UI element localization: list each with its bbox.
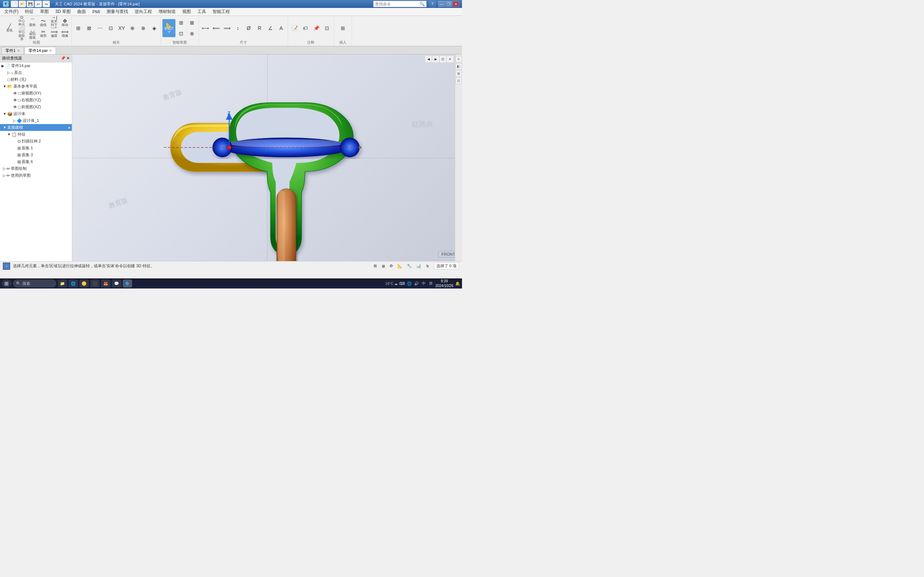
view-next-btn[interactable]: ▶: [432, 56, 439, 62]
menu-sketch[interactable]: 草图: [37, 8, 52, 16]
tray-icon-pinyin[interactable]: 拼: [428, 280, 434, 286]
taskbar-app-browser2[interactable]: 🦊: [101, 279, 110, 287]
move-btn[interactable]: ✥ 移动: [60, 18, 70, 28]
minimize-btn[interactable]: —: [438, 1, 445, 7]
note-btn-4[interactable]: ⊡: [322, 23, 332, 33]
doc-tab-part14-close[interactable]: ✕: [49, 49, 52, 53]
extend-btn[interactable]: →| 延长到下一个: [49, 18, 59, 28]
command-search-input[interactable]: [375, 2, 418, 6]
offset-btn[interactable]: ⟹ 偏置: [49, 29, 59, 39]
tree-used-sketch[interactable]: ▷ ✏ 使用的草图: [0, 172, 72, 179]
menu-reverse[interactable]: 逆向工程: [132, 8, 155, 16]
tree-plane-xy[interactable]: 👁 □ 俯视图(XY): [0, 90, 72, 97]
start-button[interactable]: ⊞: [2, 279, 11, 287]
vp-tb-btn-2[interactable]: ◧: [456, 63, 462, 69]
help-btn[interactable]: ?: [429, 1, 436, 7]
taskbar-app-terminal[interactable]: ⬛: [90, 279, 100, 287]
save-btn[interactable]: 💾: [27, 1, 34, 7]
tree-body-1[interactable]: ▷ 🔷 设计体_1: [0, 117, 72, 124]
tree-file[interactable]: ▶ 📄 零件14.par: [0, 62, 72, 69]
view-prev-btn[interactable]: ◀: [425, 56, 432, 62]
panel-close-icon[interactable]: ✕: [66, 56, 69, 61]
undo-btn[interactable]: ↩: [35, 1, 42, 7]
new-btn[interactable]: 📄: [11, 1, 18, 7]
related-btn-1[interactable]: ⊞: [73, 23, 83, 33]
note-btn-2[interactable]: 🏷: [300, 23, 310, 33]
vp-tb-btn-1[interactable]: ≡: [456, 56, 462, 62]
menu-additive[interactable]: 增材制造: [155, 8, 179, 16]
tangent-arc-btn[interactable]: ◡ 相切圆弧: [27, 29, 37, 39]
tray-icon-1[interactable]: ⌨: [399, 280, 405, 286]
dim-btn-8[interactable]: A: [276, 23, 286, 33]
trim-btn[interactable]: ✂ 修剪: [38, 29, 48, 39]
dim-btn-7[interactable]: ∠: [265, 23, 275, 33]
note-btn-3[interactable]: 📌: [311, 23, 321, 33]
related-btn-8[interactable]: ◈: [149, 23, 159, 33]
tree-planes-group[interactable]: ▼ 📂 基本参考平面: [0, 83, 72, 90]
dim-btn-6[interactable]: R: [254, 23, 265, 33]
curve-btn[interactable]: 〜 曲线: [38, 18, 48, 28]
menu-smart[interactable]: 智能工程: [210, 8, 233, 16]
sg-btn-4[interactable]: ⊕: [187, 29, 197, 39]
tree-origin[interactable]: ▷ ⬦ 原点: [0, 69, 72, 76]
taskbar-search[interactable]: 🔍 搜索: [13, 279, 56, 287]
dim-btn-4[interactable]: ↕: [233, 23, 243, 33]
dim-btn-3[interactable]: ⟹: [222, 23, 232, 33]
tree-material[interactable]: □ 材料 (无): [0, 76, 72, 83]
menu-surface[interactable]: 曲面: [74, 8, 89, 16]
restore-btn[interactable]: ❐: [446, 1, 452, 7]
related-btn-3[interactable]: ⋯: [95, 23, 105, 33]
menu-tools[interactable]: 工具: [195, 8, 209, 16]
menu-measure[interactable]: 测量与查找: [103, 8, 131, 16]
note-btn-1[interactable]: 📝: [289, 23, 300, 33]
tray-notification[interactable]: 🔔: [455, 280, 460, 286]
vp-tb-btn-4[interactable]: ⊡: [456, 77, 462, 84]
dim-btn-5[interactable]: Ø: [244, 23, 254, 33]
related-btn-5[interactable]: XY: [116, 23, 127, 33]
tree-faceset-3[interactable]: ⊞ 面集 3: [0, 152, 72, 158]
view-fit-btn[interactable]: ⊡: [439, 56, 446, 62]
tray-icon-network[interactable]: 🌐: [406, 280, 412, 286]
insert-btn-1[interactable]: ⊞: [336, 19, 349, 37]
menu-pmi[interactable]: PMI: [89, 9, 103, 15]
related-btn-7[interactable]: ⊗: [138, 23, 149, 33]
tree-plane-yz[interactable]: 👁 □ 右视图(YZ): [0, 97, 72, 103]
viewport[interactable]: 教育版 教育版 教育版 教育版 赵路炎: [72, 55, 462, 261]
doc-tab-part1[interactable]: 零件1 ✕: [2, 47, 24, 54]
tray-icon-volume[interactable]: 🔊: [414, 280, 419, 286]
tree-sketch-drawing[interactable]: ▷ ✏ 草图绘制: [0, 165, 72, 172]
sg-btn-1[interactable]: ⊞: [176, 18, 186, 28]
sg-btn-2[interactable]: ⊡: [176, 29, 186, 39]
menu-view[interactable]: 视图: [179, 8, 194, 16]
dim-btn-2[interactable]: ⟸: [211, 23, 221, 33]
redo-btn[interactable]: ↪: [43, 1, 50, 7]
taskbar-app-yellow[interactable]: 🟡: [79, 279, 89, 287]
open-btn[interactable]: 📂: [19, 1, 26, 7]
smart-dim-btn[interactable]: 📐 智能尺寸: [162, 19, 175, 37]
line-btn[interactable]: ╱ 直线: [3, 19, 16, 37]
tree-faceset-1[interactable]: ⊞ 面集 1: [0, 145, 72, 152]
taskbar-app-edge[interactable]: 🌐: [69, 279, 78, 287]
menu-file[interactable]: 文件(F): [2, 8, 21, 16]
command-search-box[interactable]: 🔍: [373, 1, 426, 7]
fillet-btn[interactable]: ⌒ 圆角: [27, 18, 37, 28]
tree-direct-group[interactable]: ▼ 直接建模 ▸: [0, 124, 72, 131]
doc-tab-part1-close[interactable]: ✕: [17, 49, 20, 53]
menu-3d-sketch[interactable]: 3D 草图: [52, 8, 74, 16]
panel-pin-icon[interactable]: 📌: [61, 56, 66, 61]
tray-icon-ime[interactable]: 中: [421, 280, 426, 286]
menu-features[interactable]: 特征: [22, 8, 36, 16]
taskbar-app-chat[interactable]: 💬: [112, 279, 121, 287]
dim-btn-1[interactable]: ⟷: [200, 23, 210, 33]
vp-tb-btn-3[interactable]: ⊞: [456, 70, 462, 77]
tree-sweep-2[interactable]: ⊙ 扫描拉伸 2: [0, 138, 72, 145]
related-btn-2[interactable]: ⊠: [84, 23, 94, 33]
rect-btn[interactable]: ⬜ 中心面矩形: [16, 29, 27, 39]
tree-plane-xz[interactable]: 👁 □ 前视图(XZ): [0, 103, 72, 110]
tree-features-group[interactable]: ▼ 📋 特征: [0, 131, 72, 138]
related-btn-6[interactable]: ⊕: [128, 23, 137, 33]
taskbar-app-files[interactable]: 📁: [58, 279, 67, 287]
taskbar-app-cad[interactable]: 🔷: [123, 279, 132, 287]
related-btn-4[interactable]: ⊡: [106, 23, 116, 33]
tree-faceset-6[interactable]: ⊞ 面集 6: [0, 158, 72, 165]
